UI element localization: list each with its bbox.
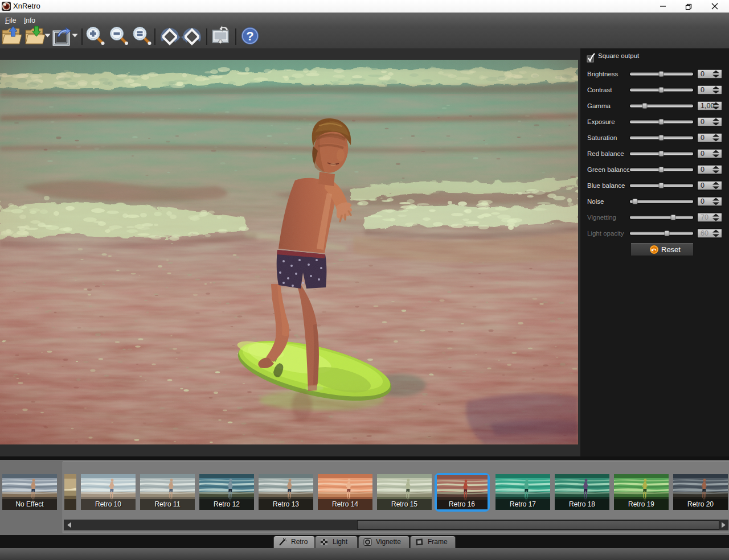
svg-text:?: ? [246, 29, 253, 43]
